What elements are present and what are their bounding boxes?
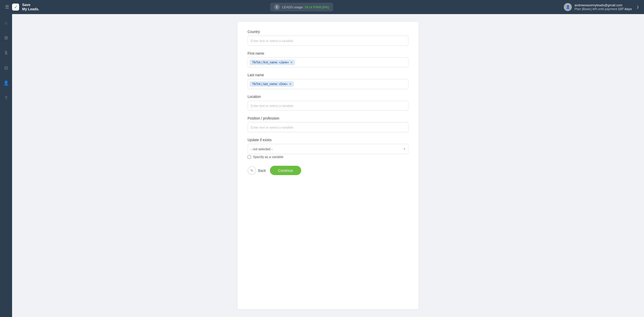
avatar: 👤 xyxy=(564,3,572,11)
specify-variable-checkbox[interactable] xyxy=(248,155,251,159)
body-layout: ⌂ ⊞ $ ⊟ 👤 ? Country First name TikTok | … xyxy=(0,14,644,317)
lastname-label: Last name xyxy=(248,73,409,77)
position-input[interactable] xyxy=(248,122,409,132)
location-input[interactable] xyxy=(248,101,409,111)
lastname-tag: TikTok | last_name: «Doe» ✕ xyxy=(250,82,294,87)
update-field: Update if exists - not selected - ▾ Spec… xyxy=(248,138,409,159)
leads-usage-box: ℹ LEADS usage: 19 of 5'000 (0%) xyxy=(270,3,333,11)
sidebar-item-account[interactable]: 👤 xyxy=(2,78,11,88)
logo-box: ✓ xyxy=(12,4,19,11)
country-input[interactable] xyxy=(248,36,409,46)
topnav-center: ℹ LEADS usage: 19 of 5'000 (0%) xyxy=(39,3,564,11)
sidebar-item-billing[interactable]: $ xyxy=(2,48,11,57)
hamburger-icon[interactable]: ☰ xyxy=(5,4,9,10)
position-field: Position / profession xyxy=(248,116,409,132)
update-label: Update if exists xyxy=(248,138,409,142)
back-button[interactable]: ✎ Back xyxy=(248,166,266,175)
plan-days: 137 days xyxy=(618,7,632,11)
firstname-field: First name TikTok | first_name: «Jane» ✕ xyxy=(248,51,409,67)
plan-text: Plan |Basic| left until payment xyxy=(574,7,617,11)
logo-text: Save My Leads. xyxy=(22,3,39,11)
back-icon: ✎ xyxy=(248,166,256,175)
sidebar-item-help[interactable]: ? xyxy=(2,94,11,103)
update-select-value: - not selected - xyxy=(251,147,272,151)
firstname-tag: TikTok | first_name: «Jane» ✕ xyxy=(250,60,295,65)
location-field: Location xyxy=(248,95,409,111)
user-email: andrewsavemyleads@gmail.com xyxy=(574,3,632,7)
position-label: Position / profession xyxy=(248,116,409,120)
update-select[interactable]: - not selected - ▾ xyxy=(248,144,409,154)
user-dropdown-chevron[interactable]: ❯ xyxy=(636,5,639,9)
sidebar: ⌂ ⊞ $ ⊟ 👤 ? xyxy=(0,14,12,317)
country-field: Country xyxy=(248,30,409,46)
topnav-right: 👤 andrewsavemyleads@gmail.com Plan |Basi… xyxy=(564,3,639,11)
country-label: Country xyxy=(248,30,409,34)
sidebar-item-connections[interactable]: ⊞ xyxy=(2,33,11,42)
buttons-row: ✎ Back Continue xyxy=(248,166,409,175)
main-content: Country First name TikTok | first_name: … xyxy=(12,14,644,317)
specify-variable-label: Specify as a variable xyxy=(253,155,283,159)
info-icon: ℹ xyxy=(274,4,280,10)
user-info: andrewsavemyleads@gmail.com Plan |Basic|… xyxy=(574,3,632,11)
topnav-left: ☰ ✓ Save My Leads. xyxy=(5,3,39,11)
logo-check-icon: ✓ xyxy=(14,5,17,10)
lastname-tag-input[interactable]: TikTok | last_name: «Doe» ✕ xyxy=(248,79,409,89)
firstname-tag-input[interactable]: TikTok | first_name: «Jane» ✕ xyxy=(248,57,409,67)
location-label: Location xyxy=(248,95,409,99)
select-chevron-icon: ▾ xyxy=(404,147,405,151)
form-card: Country First name TikTok | first_name: … xyxy=(237,22,419,309)
topnav: ☰ ✓ Save My Leads. ℹ LEADS usage: 19 of … xyxy=(0,0,644,14)
sidebar-item-briefcase[interactable]: ⊟ xyxy=(2,63,11,72)
leads-usage-label: LEADS usage: 19 of 5'000 (0%) xyxy=(282,5,329,9)
firstname-tag-close[interactable]: ✕ xyxy=(290,61,293,64)
lastname-tag-close[interactable]: ✕ xyxy=(289,83,291,86)
sidebar-item-home[interactable]: ⌂ xyxy=(2,18,11,27)
specify-variable-row: Specify as a variable xyxy=(248,155,409,159)
lastname-field: Last name TikTok | last_name: «Doe» ✕ xyxy=(248,73,409,89)
leads-usage-value: 19 of 5'000 (0%) xyxy=(304,5,329,9)
continue-button[interactable]: Continue xyxy=(270,166,301,175)
firstname-label: First name xyxy=(248,51,409,55)
